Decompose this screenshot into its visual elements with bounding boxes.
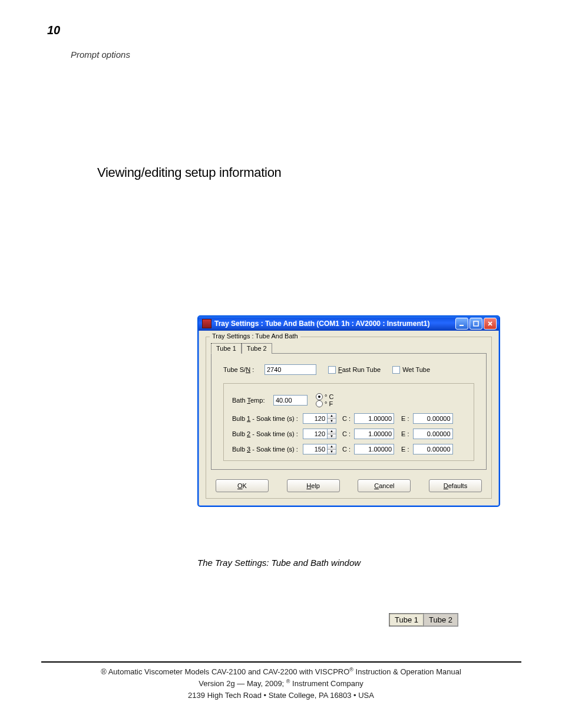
- bulb3-label: Bulb 3 - Soak time (s) :: [232, 446, 303, 453]
- tray-settings-dialog: Tray Settings : Tube And Bath (COM1 1h :…: [197, 315, 500, 507]
- bulb2-e-input[interactable]: [413, 429, 453, 439]
- c-label: C :: [342, 415, 351, 422]
- bulb2-label: Bulb 2 - Soak time (s) :: [232, 430, 303, 437]
- bulb1-soak-spinner[interactable]: ▲▼: [303, 413, 336, 424]
- defaults-button[interactable]: Defaults: [429, 479, 482, 492]
- window-title: Tray Settings : Tube And Bath (COM1 1h :…: [214, 319, 455, 328]
- help-button[interactable]: Help: [287, 479, 340, 492]
- bulb2-soak-spinner[interactable]: ▲▼: [303, 429, 336, 439]
- svg-rect-1: [474, 321, 478, 326]
- footer: ® Automatic Viscometer Models CAV-2100 a…: [0, 666, 562, 701]
- wet-tube-checkbox[interactable]: Wet Tube: [392, 366, 430, 374]
- spin-down-icon[interactable]: ▼: [328, 419, 336, 424]
- tube-sn-input[interactable]: [265, 364, 316, 375]
- bulb3-row: Bulb 3 - Soak time (s) : ▲▼ C : E :: [232, 444, 465, 454]
- svg-rect-0: [459, 325, 464, 326]
- bulb1-row: Bulb 1 - Soak time (s) : ▲▼ C : E :: [232, 413, 465, 424]
- spin-down-icon[interactable]: ▼: [328, 450, 336, 454]
- titlebar: Tray Settings : Tube And Bath (COM1 1h :…: [199, 317, 499, 331]
- group-legend: Tray Settings : Tube And Bath: [210, 332, 300, 340]
- running-head: Prompt options: [71, 50, 130, 60]
- tube-sn-label: Tube S/N :: [223, 366, 265, 373]
- maximize-button[interactable]: [470, 318, 482, 330]
- ok-button[interactable]: OK: [216, 479, 269, 492]
- bath-temp-label: Bath Temp:: [232, 397, 273, 404]
- bath-bulb-group: Bath Temp: ° C ° F: [223, 383, 474, 461]
- app-icon: [202, 319, 211, 328]
- page-number: 10: [47, 24, 60, 37]
- spin-up-icon[interactable]: ▲: [328, 414, 336, 419]
- unit-f-radio[interactable]: ° F: [316, 400, 333, 407]
- unit-c-radio[interactable]: ° C: [316, 393, 333, 400]
- spin-up-icon[interactable]: ▲: [328, 444, 336, 450]
- mini-tab-tube2[interactable]: Tube 2: [424, 614, 458, 626]
- bath-temp-input[interactable]: [273, 395, 308, 406]
- figure-caption: The Tray Settings: Tube and Bath window: [197, 558, 361, 568]
- tab-tube2[interactable]: Tube 2: [242, 343, 272, 354]
- bulb1-e-input[interactable]: [413, 413, 453, 424]
- fast-run-checkbox[interactable]: Fast Run Tube: [328, 366, 381, 374]
- section-heading: Viewing/editing setup information: [97, 165, 282, 180]
- mini-tabs-illustration: Tube 1 Tube 2: [389, 613, 458, 627]
- mini-tab-tube1[interactable]: Tube 1: [389, 614, 424, 626]
- bulb3-soak-spinner[interactable]: ▲▼: [303, 444, 336, 454]
- tab-panel: Tube S/N : Fast Run Tube Wet Tube Bath T…: [211, 353, 487, 470]
- bulb3-c-input[interactable]: [354, 444, 394, 454]
- bulb1-label: Bulb 1 - Soak time (s) :: [232, 415, 303, 422]
- spin-down-icon[interactable]: ▼: [328, 434, 336, 439]
- spin-up-icon[interactable]: ▲: [328, 429, 336, 434]
- bulb2-c-input[interactable]: [354, 429, 394, 439]
- tab-tube1[interactable]: Tube 1: [211, 343, 242, 354]
- minimize-button[interactable]: [455, 318, 468, 330]
- bulb2-row: Bulb 2 - Soak time (s) : ▲▼ C : E :: [232, 429, 465, 439]
- bulb1-c-input[interactable]: [354, 413, 394, 424]
- cancel-button[interactable]: Cancel: [358, 479, 411, 492]
- footer-rule: [41, 661, 521, 663]
- close-button[interactable]: [484, 318, 497, 330]
- tray-settings-groupbox: Tray Settings : Tube And Bath Tube 1 Tub…: [206, 337, 492, 499]
- bulb3-e-input[interactable]: [413, 444, 453, 454]
- e-label: E :: [401, 415, 409, 422]
